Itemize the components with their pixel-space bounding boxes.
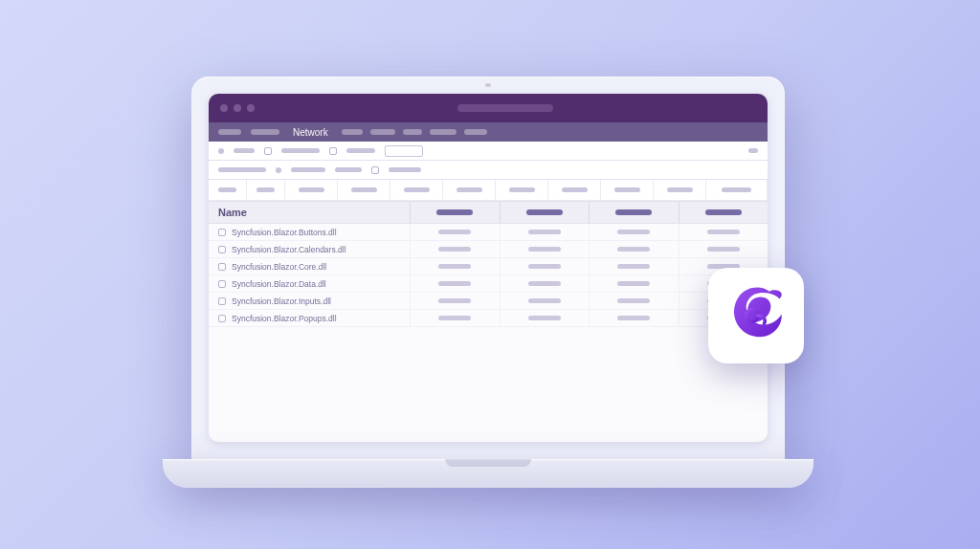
filter-input[interactable]: [218, 167, 266, 172]
filter-chip[interactable]: [291, 167, 325, 172]
table-row[interactable]: Syncfusion.Blazor.Calendars.dll: [209, 241, 768, 258]
throttle-select[interactable]: [385, 145, 423, 157]
timeline-columns: [209, 180, 768, 201]
file-name: Syncfusion.Blazor.Core.dll: [232, 262, 326, 272]
row-checkbox[interactable]: [218, 229, 226, 236]
camera-icon: [485, 83, 491, 87]
browser-titlebar: [209, 94, 768, 122]
table-row[interactable]: Syncfusion.Blazor.Core.dll: [209, 258, 768, 275]
checkbox[interactable]: [371, 166, 379, 174]
tab-network[interactable]: Network: [289, 127, 332, 138]
file-name: Syncfusion.Blazor.Buttons.dll: [232, 228, 337, 237]
network-toolbar: [209, 142, 768, 161]
column-name-header[interactable]: Name: [218, 207, 247, 218]
browser-window: Network: [209, 94, 768, 442]
column-header[interactable]: [410, 202, 500, 223]
table-row[interactable]: Syncfusion.Blazor.Popups.dll: [209, 310, 768, 327]
maximize-icon[interactable]: [247, 104, 255, 112]
tab-placeholder[interactable]: [403, 129, 422, 135]
blazor-logo-card: [708, 268, 804, 363]
file-name: Syncfusion.Blazor.Inputs.dll: [232, 296, 331, 306]
table-row[interactable]: Syncfusion.Blazor.Inputs.dll: [209, 293, 768, 310]
settings-icon[interactable]: [748, 148, 758, 153]
table-row[interactable]: Syncfusion.Blazor.Buttons.dll: [209, 224, 768, 241]
tab-placeholder[interactable]: [370, 129, 395, 135]
table-row[interactable]: Syncfusion.Blazor.Data.dll: [209, 275, 768, 293]
tab-placeholder[interactable]: [251, 129, 279, 135]
address-bar[interactable]: [457, 104, 553, 112]
file-name: Syncfusion.Blazor.Data.dll: [232, 279, 326, 289]
close-icon[interactable]: [220, 104, 228, 112]
row-checkbox[interactable]: [218, 280, 226, 288]
checkbox[interactable]: [264, 147, 272, 155]
network-table-body: Syncfusion.Blazor.Buttons.dll Syncfusion…: [209, 224, 768, 327]
tab-placeholder[interactable]: [464, 129, 487, 135]
toolbar-placeholder[interactable]: [234, 148, 255, 153]
blazor-icon: [723, 282, 790, 349]
column-header[interactable]: [500, 202, 590, 223]
tab-placeholder[interactable]: [218, 129, 241, 135]
row-checkbox[interactable]: [218, 315, 226, 322]
checkbox[interactable]: [329, 147, 337, 155]
file-name: Syncfusion.Blazor.Popups.dll: [232, 314, 337, 323]
column-header[interactable]: [589, 202, 679, 223]
row-checkbox[interactable]: [218, 263, 226, 271]
dot-icon: [276, 167, 281, 173]
record-icon[interactable]: [218, 148, 224, 154]
network-table-header: Name: [209, 201, 768, 224]
column-header[interactable]: [679, 202, 768, 223]
tab-placeholder[interactable]: [430, 129, 457, 135]
network-filter-bar: [209, 161, 768, 180]
file-name: Syncfusion.Blazor.Calendars.dll: [232, 245, 346, 254]
laptop-notch: [445, 459, 531, 467]
toolbar-placeholder: [281, 148, 320, 153]
row-checkbox[interactable]: [218, 246, 226, 253]
toolbar-placeholder: [346, 148, 375, 153]
minimize-icon[interactable]: [234, 104, 241, 112]
laptop-base: [163, 459, 813, 488]
filter-chip[interactable]: [335, 167, 362, 172]
filter-label: [389, 167, 421, 172]
window-controls[interactable]: [220, 104, 255, 112]
devtools-tabbar[interactable]: Network: [209, 122, 768, 142]
row-checkbox[interactable]: [218, 297, 226, 305]
tab-placeholder[interactable]: [342, 129, 363, 135]
laptop-screen: Network: [191, 77, 785, 459]
